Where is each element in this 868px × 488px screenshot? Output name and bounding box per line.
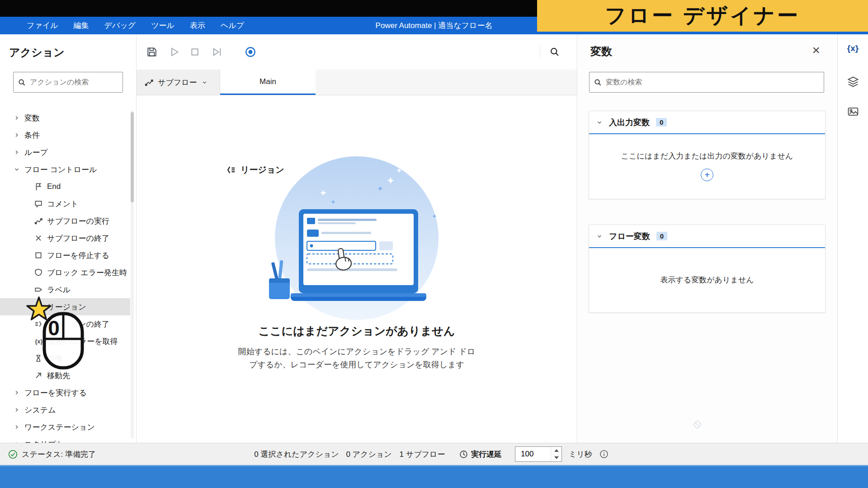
stepper-down-button[interactable] [551, 454, 561, 461]
menu-edit[interactable]: 編集 [74, 20, 89, 31]
flow-variables-card: フロー変数 0 表示する変数がありません [589, 225, 826, 313]
action-label: ラベル [47, 285, 71, 295]
io-variables-header[interactable]: 入出力変数 0 [589, 111, 825, 134]
sidebar-group-workstation[interactable]: ワークステーション [0, 418, 130, 436]
subflow-dropdown[interactable]: サブフロー [137, 70, 220, 95]
chevron-right-icon [14, 389, 20, 396]
action-stop-flow[interactable]: フローを停止する [0, 247, 130, 264]
sidebar-group-variables[interactable]: 変数 [0, 109, 130, 127]
group-label: ループ [24, 147, 48, 158]
right-rail: {x} [837, 34, 868, 443]
rail-ui-elements-button[interactable] [847, 76, 859, 88]
tab-main[interactable]: Main [220, 70, 316, 95]
search-icon [594, 79, 602, 86]
sidebar-group-scripting[interactable]: スクリプト [0, 436, 130, 443]
action-region[interactable]: リージョン [0, 298, 130, 315]
menu-view[interactable]: 表示 [190, 20, 205, 31]
stepper-up-button[interactable] [551, 447, 561, 454]
goto-arrow-icon [34, 371, 42, 380]
chevron-right-icon [14, 115, 20, 121]
variables-search[interactable] [589, 72, 824, 93]
action-goto[interactable]: 移動先 [0, 367, 130, 384]
run-delay-input[interactable] [515, 447, 546, 461]
run-delay-stepper[interactable] [515, 446, 562, 462]
canvas-search-button[interactable] [546, 43, 564, 61]
subflow-dropdown-label: サブフロー [158, 77, 197, 88]
action-exit-subflow[interactable]: サブフローの終了 [0, 230, 130, 247]
chevron-right-icon [14, 424, 20, 430]
action-wait[interactable]: 待機 [0, 350, 130, 367]
sidebar-group-conditions[interactable]: 条件 [0, 127, 130, 144]
info-icon[interactable] [599, 450, 609, 459]
arrow-up-icon [554, 449, 559, 452]
tag-icon [34, 286, 42, 294]
action-label: 待機 [47, 353, 62, 364]
subflow-icon [34, 217, 42, 225]
actions-search-input[interactable] [30, 78, 118, 86]
actions-search[interactable] [13, 72, 123, 93]
subflow-icon [145, 78, 153, 87]
sidebar-group-loops[interactable]: ループ [0, 144, 130, 161]
add-io-variable-button[interactable]: + [701, 169, 713, 181]
action-label: リージョンの終了 [47, 319, 109, 329]
empty-line-1: 開始するには、このペインにアクションをドラッグ アンド ドロ [137, 345, 577, 358]
chevron-right-icon [14, 149, 20, 155]
flow-variables-body: 表示する変数がありません [589, 248, 825, 311]
record-icon [245, 46, 256, 58]
close-icon[interactable]: × [812, 43, 820, 57]
flow-variables-header[interactable]: フロー変数 0 [589, 225, 825, 248]
chevron-right-icon [14, 407, 20, 413]
recorder-button[interactable] [241, 43, 259, 61]
group-label: ワークステーション [24, 422, 95, 432]
menu-debug[interactable]: デバッグ [104, 20, 136, 31]
status-check-icon [8, 450, 18, 459]
sidebar-group-flow-control[interactable]: フロー コントロール [0, 161, 130, 178]
image-icon [847, 106, 859, 117]
action-label-item[interactable]: ラベル [0, 281, 130, 298]
stop-button[interactable] [186, 43, 204, 61]
main-body: アクション 変数 条件 ループ [0, 34, 868, 443]
rail-variables-button[interactable]: {x} [847, 43, 859, 53]
actions-scrollbar[interactable] [131, 110, 134, 438]
save-button[interactable] [143, 43, 161, 61]
action-end[interactable]: End [0, 178, 130, 195]
sidebar-group-system[interactable]: システム [0, 401, 130, 418]
action-end-region[interactable]: リージョンの終了 [0, 315, 130, 333]
action-get-last-error[interactable]: {x} 最後のエラーを取得 [0, 333, 130, 350]
action-label: コメント [47, 199, 79, 209]
menu-file[interactable]: ファイル [27, 20, 58, 31]
main-menu: ファイル 編集 デバッグ ツール 表示 ヘルプ [27, 17, 244, 34]
variables-search-input[interactable] [606, 78, 819, 86]
shield-icon [34, 268, 42, 277]
flow-variables-count-badge: 0 [656, 232, 667, 240]
sidebar-group-run-flow[interactable]: フローを実行する [0, 384, 130, 401]
actions-panel: アクション 変数 条件 ループ [0, 34, 137, 443]
action-label: 移動先 [47, 371, 70, 381]
action-comment[interactable]: コメント [0, 195, 130, 212]
flow-canvas[interactable]: リージョン [137, 95, 577, 443]
menu-tools[interactable]: ツール [151, 20, 175, 31]
status-ready: ステータス: 準備完了 [8, 443, 96, 465]
flow-variables-label: フロー変数 [609, 231, 650, 242]
menu-help[interactable]: ヘルプ [221, 20, 244, 31]
action-run-subflow[interactable]: サブフローの実行 [0, 212, 130, 230]
rail-images-button[interactable] [847, 106, 859, 117]
window-title: Power Automate | 適当なフロー名 [376, 17, 493, 34]
region-end-icon [34, 320, 42, 328]
io-variables-card: 入出力変数 0 ここにはまだ入力または出力の変数がありません + [589, 111, 826, 199]
step-over-button[interactable] [208, 43, 226, 61]
io-variables-body: ここにはまだ入力または出力の変数がありません + [589, 134, 825, 198]
scrollbar-thumb[interactable] [131, 112, 134, 202]
banner-text: フロー デザイナー [605, 2, 800, 30]
io-variables-label: 入出力変数 [609, 117, 650, 128]
variables-panel: 変数 × 入出力変数 0 ここにはまだ入力または出力の変数がありません + [577, 34, 837, 443]
close-icon [34, 234, 42, 242]
layers-icon [847, 76, 859, 88]
save-icon [146, 47, 157, 57]
action-on-block-error[interactable]: ブロック エラー発生時 [0, 264, 130, 281]
action-label: サブフローの実行 [47, 216, 109, 226]
comment-icon [34, 200, 42, 208]
designer-toolbar [137, 34, 577, 70]
run-button[interactable] [165, 43, 184, 61]
action-label: リージョン [47, 302, 86, 312]
